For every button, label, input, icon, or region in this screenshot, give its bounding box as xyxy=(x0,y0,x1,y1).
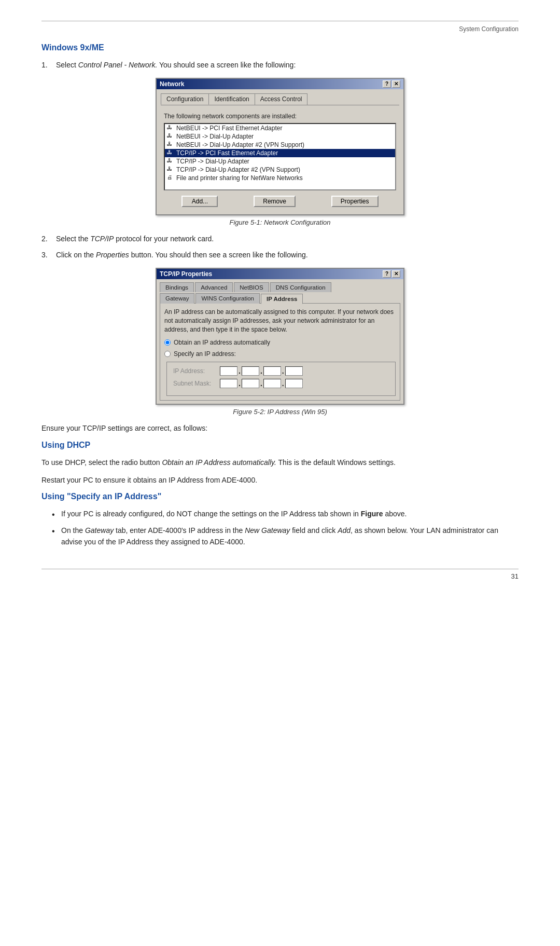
net-item-6[interactable]: 🖨 File and printer sharing for NetWare N… xyxy=(165,174,395,182)
specify-box: IP Address: . . . xyxy=(166,362,396,396)
titlebar-buttons: ? ✕ xyxy=(383,80,400,88)
header-label: System Configuration xyxy=(41,25,519,33)
tab-access-control[interactable]: Access Control xyxy=(255,93,308,105)
net-item-text-2: NetBEUI -> Dial-Up Adapter #2 (VPN Suppo… xyxy=(176,141,304,148)
net-item-2[interactable]: 🖧 NetBEUI -> Dial-Up Adapter #2 (VPN Sup… xyxy=(165,141,395,149)
tab-wins-configuration[interactable]: WINS Configuration xyxy=(195,293,260,304)
step-1: 1. Select Control Panel - Network. You s… xyxy=(41,60,519,71)
add-button[interactable]: Add... xyxy=(181,196,218,207)
tab-ip-address[interactable]: IP Address xyxy=(261,294,303,304)
tab-gateway[interactable]: Gateway xyxy=(160,293,194,304)
network-tab-bar: Configuration Identification Access Cont… xyxy=(161,93,399,105)
tcpip-title: TCP/IP Properties xyxy=(160,270,212,278)
net-item-5[interactable]: 🖧 TCP/IP -> Dial-Up Adapter #2 (VPN Supp… xyxy=(165,166,395,174)
windows-9x-heading: Windows 9x/ME xyxy=(41,43,519,52)
close-button[interactable]: ✕ xyxy=(392,80,400,88)
subnet-seg-1[interactable] xyxy=(220,379,237,388)
step-2-text: Select the TCP/IP protocol for your netw… xyxy=(56,234,519,244)
ip-seg-4[interactable] xyxy=(285,366,303,376)
net-icon-4: 🖧 xyxy=(167,158,174,165)
subnet-seg-3[interactable] xyxy=(263,379,281,388)
step-1-num: 1. xyxy=(41,60,56,71)
net-icon-2: 🖧 xyxy=(167,141,174,148)
network-titlebar: Network ? ✕ xyxy=(157,79,403,89)
net-item-0[interactable]: 🖧 NetBEUI -> PCI Fast Ethernet Adapter xyxy=(165,124,395,132)
page-number: 31 xyxy=(41,572,519,580)
ip-seg-3[interactable] xyxy=(263,366,281,376)
specify-bullet-2: On the Gateway tab, enter ADE-4000's IP … xyxy=(52,525,519,547)
dhcp-heading: Using DHCP xyxy=(41,441,519,450)
radio-obtain: Obtain an IP address automatically xyxy=(164,339,396,346)
net-icon-5: 🖧 xyxy=(167,166,174,173)
radio-specify-label: Specify an IP address: xyxy=(174,350,236,358)
properties-button[interactable]: Properties xyxy=(331,196,379,207)
net-item-text-0: NetBEUI -> PCI Fast Ethernet Adapter xyxy=(176,125,282,132)
net-item-text-5: TCP/IP -> Dial-Up Adapter #2 (VPN Suppor… xyxy=(176,166,300,173)
subnet-dot-2: . xyxy=(260,379,262,388)
remove-button[interactable]: Remove xyxy=(254,196,296,207)
net-item-text-1: NetBEUI -> Dial-Up Adapter xyxy=(176,133,254,140)
radio-obtain-input[interactable] xyxy=(164,339,171,346)
ensure-text: Ensure your TCP/IP settings are correct,… xyxy=(41,423,519,434)
tcpip-close-button[interactable]: ✕ xyxy=(392,270,400,278)
network-dialog: Network ? ✕ Configuration Identification… xyxy=(156,78,404,215)
tcpip-tabs-row2: Gateway WINS Configuration IP Address xyxy=(160,293,400,304)
tcpip-dialog: TCP/IP Properties ? ✕ Bindings Advanced … xyxy=(156,268,404,405)
tcpip-dialog-wrapper: TCP/IP Properties ? ✕ Bindings Advanced … xyxy=(41,268,519,405)
step-3-num: 3. xyxy=(41,250,56,261)
tcpip-titlebar-buttons: ? ✕ xyxy=(383,270,400,278)
network-list[interactable]: 🖧 NetBEUI -> PCI Fast Ethernet Adapter 🖧… xyxy=(164,123,396,190)
network-dialog-body: Configuration Identification Access Cont… xyxy=(157,89,403,214)
tab-dns-configuration[interactable]: DNS Configuration xyxy=(270,282,331,292)
figure-1-caption: Figure 5-1: Network Configuration xyxy=(41,218,519,226)
page: System Configuration Windows 9x/ME 1. Se… xyxy=(0,0,560,611)
network-description: The following network components are ins… xyxy=(164,113,396,120)
subnet-mask-inputs: . . . xyxy=(220,379,303,388)
tab-identification[interactable]: Identification xyxy=(208,93,255,105)
specify-bullet-1: If your PC is already configured, do NOT… xyxy=(52,509,519,520)
help-button[interactable]: ? xyxy=(383,80,391,88)
radio-obtain-label: Obtain an IP address automatically xyxy=(174,339,270,346)
tab-advanced[interactable]: Advanced xyxy=(195,282,233,292)
net-item-3[interactable]: 🖧 TCP/IP -> PCI Fast Ethernet Adapter xyxy=(165,149,395,157)
network-tab-content: The following network components are ins… xyxy=(161,109,399,210)
network-dialog-wrapper: Network ? ✕ Configuration Identification… xyxy=(41,78,519,215)
step-2: 2. Select the TCP/IP protocol for your n… xyxy=(41,234,519,244)
net-item-1[interactable]: 🖧 NetBEUI -> Dial-Up Adapter xyxy=(165,132,395,141)
tcpip-titlebar: TCP/IP Properties ? ✕ xyxy=(157,269,403,279)
subnet-mask-label: Subnet Mask: xyxy=(173,380,220,387)
subnet-seg-2[interactable] xyxy=(242,379,259,388)
step-1-text: Select Control Panel - Network. You shou… xyxy=(56,60,519,71)
tcpip-tabs-row1: Bindings Advanced NetBIOS DNS Configurat… xyxy=(160,282,400,292)
tcpip-dialog-body: Bindings Advanced NetBIOS DNS Configurat… xyxy=(157,279,403,404)
subnet-mask-row: Subnet Mask: . . . xyxy=(173,379,389,388)
dhcp-para2: Restart your PC to ensure it obtains an … xyxy=(41,475,519,486)
radio-specify: Specify an IP address: xyxy=(164,350,396,358)
ip-address-label: IP Address: xyxy=(173,367,220,375)
net-item-4[interactable]: 🖧 TCP/IP -> Dial-Up Adapter xyxy=(165,157,395,166)
ip-seg-2[interactable] xyxy=(242,366,259,376)
bottom-rule xyxy=(41,569,519,569)
step-3: 3. Click on the Properties button. You s… xyxy=(41,250,519,261)
net-icon-0: 🖧 xyxy=(167,125,174,132)
subnet-dot-1: . xyxy=(239,379,241,388)
top-rule xyxy=(41,21,519,21)
tab-bindings[interactable]: Bindings xyxy=(160,282,194,292)
tcpip-help-button[interactable]: ? xyxy=(383,270,391,278)
net-icon-1: 🖧 xyxy=(167,133,174,140)
network-buttons: Add... Remove Properties xyxy=(164,196,396,207)
tab-configuration[interactable]: Configuration xyxy=(161,93,209,105)
net-icon-3: 🖧 xyxy=(167,149,174,157)
ip-dot-2: . xyxy=(260,367,262,375)
ip-seg-1[interactable] xyxy=(220,366,237,376)
specify-bullet-list: If your PC is already configured, do NOT… xyxy=(41,509,519,547)
network-list-wrapper: 🖧 NetBEUI -> PCI Fast Ethernet Adapter 🖧… xyxy=(164,123,396,190)
radio-specify-input[interactable] xyxy=(164,351,171,357)
subnet-seg-4[interactable] xyxy=(285,379,303,388)
ip-address-inputs: . . . xyxy=(220,366,303,376)
ip-address-row: IP Address: . . . xyxy=(173,366,389,376)
step-3-text: Click on the Properties button. You shou… xyxy=(56,250,519,261)
dhcp-para1: To use DHCP, select the radio button Obt… xyxy=(41,457,519,469)
tab-netbios[interactable]: NetBIOS xyxy=(234,282,269,292)
specify-heading: Using "Specify an IP Address" xyxy=(41,492,519,501)
